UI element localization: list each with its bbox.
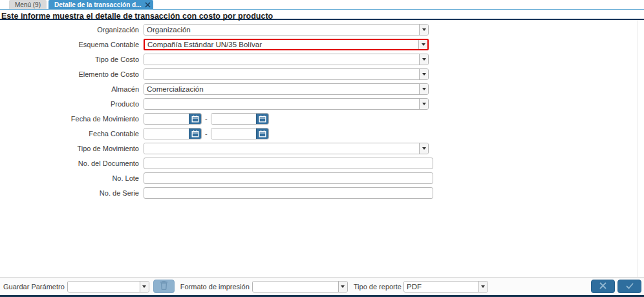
field-label: No. del Documento [0, 159, 144, 167]
fecha-movimiento-range: - [144, 113, 269, 125]
chevron-down-icon[interactable] [140, 282, 149, 292]
no-del-documento-input[interactable] [144, 158, 433, 169]
calendar-icon[interactable] [256, 128, 268, 139]
chevron-down-icon[interactable] [419, 84, 428, 94]
footer-bar: Guardar Parámetro Formato de impresión T… [0, 277, 644, 297]
field-label: No. Lote [0, 174, 144, 182]
report-type-input[interactable] [404, 282, 478, 292]
field-row-no-del-documento: No. del Documento [0, 158, 644, 169]
field-label: Almacén [0, 85, 144, 93]
delete-parameter-button[interactable] [153, 280, 175, 293]
field-row-no-de-serie: No. de Serie [0, 187, 644, 199]
no-lote-input[interactable] [144, 172, 433, 184]
field-row-tipo-de-costo: Tipo de Costo [0, 54, 644, 65]
esquema-contable-combobox [144, 39, 429, 50]
field-label: Fecha de Movimiento [0, 115, 144, 123]
elemento-de-costo-input[interactable] [144, 69, 419, 79]
chevron-down-icon[interactable] [338, 282, 347, 292]
chevron-down-icon[interactable] [419, 25, 428, 35]
save-parameter-input[interactable] [68, 282, 140, 292]
report-parameter-window: Menú (9) Detalle de la transacción d... … [0, 0, 644, 297]
title-bar: Este informe muestra el detalle de trans… [0, 10, 644, 20]
tab-bar: Menú (9) Detalle de la transacción d... [0, 0, 644, 10]
check-icon [625, 281, 634, 292]
x-icon [599, 281, 607, 292]
field-row-fecha-contable: Fecha Contable - [0, 128, 644, 139]
producto-combobox [144, 98, 429, 110]
field-label: Esquema Contable [0, 41, 144, 48]
field-label: Organización [0, 26, 144, 34]
trash-icon [160, 280, 168, 292]
page-description: Este informe muestra el detalle de trans… [0, 12, 273, 21]
fecha-contable-range: - [144, 128, 269, 139]
fecha-movimiento-to-input[interactable] [211, 114, 256, 124]
footer-actions [588, 280, 641, 293]
print-format-label: Formato de impresión [180, 283, 250, 291]
date-range-separator: - [205, 130, 208, 138]
panel-edge-divider [637, 20, 638, 277]
save-parameter-combobox [67, 281, 149, 292]
close-icon[interactable] [145, 2, 151, 8]
tipo-de-costo-combobox [144, 54, 429, 65]
no-de-serie-input[interactable] [144, 187, 433, 199]
field-label: Tipo de Movimiento [0, 145, 144, 152]
tab-menu[interactable]: Menú (9) [9, 0, 47, 9]
confirm-button[interactable] [617, 280, 641, 293]
almacen-combobox [144, 83, 429, 95]
field-row-fecha-de-movimiento: Fecha de Movimiento - [0, 113, 644, 125]
chevron-down-icon[interactable] [418, 40, 427, 49]
field-label: No. de Serie [0, 189, 144, 197]
organizacion-combobox [144, 24, 429, 36]
field-row-tipo-de-movimiento: Tipo de Movimiento [0, 143, 644, 154]
report-type-label: Tipo de reporte [354, 283, 402, 291]
fecha-contable-to [211, 128, 269, 139]
field-row-esquema-contable: Esquema Contable [0, 39, 644, 50]
field-row-producto: Producto [0, 98, 644, 110]
chevron-down-icon[interactable] [419, 99, 428, 109]
calendar-icon[interactable] [189, 114, 201, 124]
save-parameter-label: Guardar Parámetro [3, 283, 65, 291]
field-row-elemento-de-costo: Elemento de Costo [0, 68, 644, 80]
calendar-icon[interactable] [256, 114, 268, 124]
chevron-down-icon[interactable] [419, 143, 428, 154]
tipo-de-movimiento-combobox [144, 143, 429, 154]
fecha-contable-from-input[interactable] [144, 128, 189, 139]
cancel-button[interactable] [591, 280, 615, 293]
chevron-down-icon[interactable] [419, 69, 428, 79]
field-row-organizacion: Organización [0, 24, 644, 36]
calendar-icon[interactable] [189, 128, 201, 139]
field-label: Producto [0, 100, 144, 108]
organizacion-input[interactable] [144, 25, 419, 35]
fecha-movimiento-from-input[interactable] [144, 114, 189, 124]
tab-transaction-detail[interactable]: Detalle de la transacción d... [48, 0, 153, 9]
producto-input[interactable] [144, 99, 419, 109]
fecha-contable-to-input[interactable] [211, 128, 256, 139]
field-row-almacen: Almacén [0, 83, 644, 95]
almacen-input[interactable] [144, 84, 419, 94]
fecha-movimiento-from [144, 113, 202, 125]
print-format-input[interactable] [253, 282, 338, 292]
fecha-contable-from [144, 128, 202, 139]
tipo-de-costo-input[interactable] [144, 54, 419, 65]
chevron-down-icon[interactable] [478, 282, 488, 292]
parameter-form: Organización Esquema Contable Tipo de Co… [0, 20, 644, 202]
field-label: Elemento de Costo [0, 70, 144, 78]
print-format-combobox [252, 281, 348, 292]
field-label: Fecha Contable [0, 130, 144, 138]
elemento-de-costo-combobox [144, 68, 429, 80]
field-row-no-lote: No. Lote [0, 172, 644, 184]
tab-transaction-detail-label: Detalle de la transacción d... [54, 1, 142, 8]
esquema-contable-input[interactable] [145, 40, 418, 49]
date-range-separator: - [205, 115, 208, 123]
fecha-movimiento-to [211, 113, 269, 125]
tipo-de-movimiento-input[interactable] [144, 143, 419, 154]
chevron-down-icon[interactable] [419, 54, 428, 65]
field-label: Tipo de Costo [0, 56, 144, 63]
tab-menu-label: Menú (9) [15, 1, 41, 8]
report-type-combobox [403, 281, 488, 292]
